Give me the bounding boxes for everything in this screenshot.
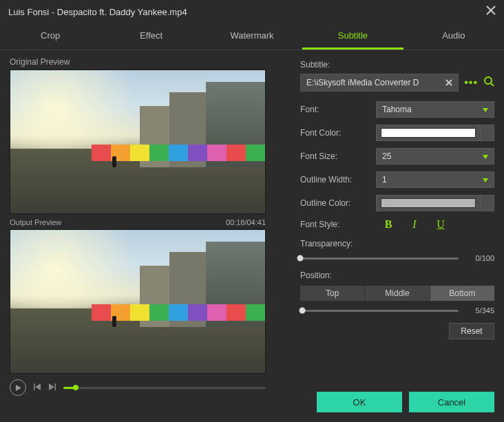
tab-subtitle[interactable]: Subtitle [302, 23, 403, 50]
position-label: Position: [300, 271, 494, 280]
subtitle-path-input[interactable]: E:\iSkysoft iMedia Converter D [300, 74, 459, 92]
position-segment: Top Middle Bottom [300, 286, 494, 301]
original-preview-label: Original Preview [10, 57, 286, 67]
svg-line-10 [491, 83, 494, 86]
cancel-button[interactable]: Cancel [409, 392, 494, 412]
clear-path-button[interactable] [443, 76, 455, 89]
playback-timeline[interactable] [63, 387, 266, 389]
transparency-label: Transparency: [300, 239, 494, 249]
svg-marker-5 [49, 383, 54, 390]
outline-color-label: Outline Color: [300, 198, 376, 208]
font-select[interactable]: Tahoma [376, 101, 494, 118]
font-color-label: Font Color: [300, 128, 376, 138]
font-style-label: Font Style: [300, 220, 376, 229]
svg-marker-13 [483, 155, 488, 159]
transparency-value: 0/100 [465, 254, 494, 262]
browse-button[interactable]: ••• [464, 76, 478, 89]
output-preview [10, 229, 266, 374]
font-size-select[interactable]: 25 [376, 148, 494, 165]
original-preview [10, 70, 266, 214]
bold-button[interactable]: B [383, 218, 394, 231]
position-slider[interactable] [300, 310, 459, 312]
underline-button[interactable]: U [435, 218, 446, 231]
window-title: Luis Fonsi - Despacito ft. Daddy Yankee.… [8, 7, 187, 17]
next-frame-button[interactable] [48, 381, 56, 394]
chevron-down-icon [483, 105, 488, 114]
output-preview-label: Output Preview [10, 218, 61, 226]
outline-color-select[interactable] [376, 195, 494, 211]
play-button[interactable] [10, 379, 26, 396]
svg-rect-6 [55, 383, 56, 390]
position-top[interactable]: Top [300, 286, 364, 301]
tab-bar: Crop Effect Watermark Subtitle Audio [0, 23, 504, 50]
svg-marker-11 [483, 108, 488, 112]
outline-width-label: Outline Width: [300, 175, 376, 184]
reset-button[interactable]: Reset [449, 323, 494, 339]
italic-button[interactable]: I [409, 218, 420, 231]
chevron-down-icon [483, 175, 488, 184]
transparency-slider[interactable] [300, 257, 459, 260]
tab-audio[interactable]: Audio [403, 23, 504, 50]
svg-point-9 [485, 77, 492, 84]
time-display: 00:18/04:41 [226, 218, 266, 226]
subtitle-label: Subtitle: [300, 60, 494, 70]
chevron-down-icon [483, 151, 488, 161]
font-color-swatch [381, 128, 476, 138]
svg-marker-14 [483, 178, 488, 182]
svg-marker-4 [35, 383, 41, 390]
close-button[interactable] [486, 6, 496, 18]
tab-crop[interactable]: Crop [0, 23, 101, 50]
outline-width-select[interactable]: 1 [376, 171, 494, 188]
font-size-label: Font Size: [300, 151, 376, 161]
font-color-select[interactable] [376, 125, 494, 141]
prev-frame-button[interactable] [33, 381, 41, 394]
ok-button[interactable]: OK [317, 392, 402, 412]
font-label: Font: [300, 105, 376, 114]
position-bottom[interactable]: Bottom [430, 286, 494, 301]
position-value: 5/345 [465, 306, 494, 315]
outline-color-swatch [381, 198, 476, 208]
tab-effect[interactable]: Effect [101, 23, 201, 50]
svg-rect-3 [34, 383, 35, 390]
position-middle[interactable]: Middle [364, 286, 429, 301]
search-subtitle-button[interactable] [483, 76, 494, 89]
svg-marker-2 [16, 385, 21, 391]
tab-watermark[interactable]: Watermark [202, 23, 302, 50]
